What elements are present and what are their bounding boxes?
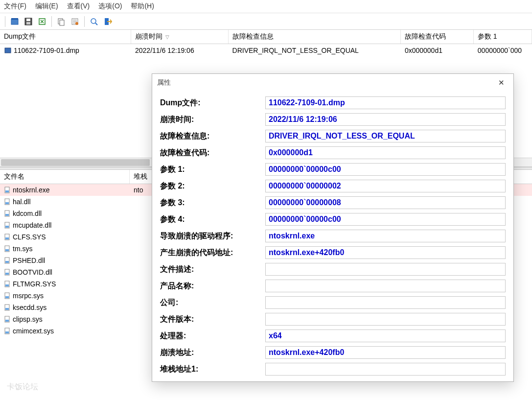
find-icon[interactable] — [89, 16, 99, 27]
dump-table-body: 110622-7109-01.dmp2022/11/6 12:19:06DRIV… — [0, 44, 532, 57]
menu-file[interactable]: 文件(F) — [4, 2, 26, 11]
svg-rect-23 — [5, 214, 9, 216]
property-label: 导致崩溃的驱动程序: — [160, 231, 265, 241]
column-header-filename[interactable]: 文件名 — [0, 170, 130, 184]
module-file-icon — [4, 292, 11, 299]
cell-filename: PSHED.dll — [0, 255, 130, 266]
property-value[interactable]: 00000000`00000002 — [265, 180, 506, 192]
property-row: 参数 4:00000000`00000c00 — [160, 213, 506, 226]
scrollbar-thumb[interactable] — [1, 159, 150, 166]
property-row: 产生崩溃的代码地址:ntoskrnl.exe+420fb0 — [160, 246, 506, 259]
property-value[interactable]: ntoskrnl.exe+420fb0 — [265, 346, 506, 359]
property-value[interactable]: 0x000000d1 — [265, 146, 506, 159]
property-value[interactable]: 00000000`00000c00 — [265, 213, 506, 226]
module-file-icon — [4, 257, 11, 264]
column-header-dumpfile[interactable]: Dump文件 — [0, 30, 131, 44]
property-value[interactable] — [265, 280, 506, 292]
menu-view[interactable]: 查看(V) — [67, 2, 90, 11]
property-row: 故障检查信息:DRIVER_IRQL_NOT_LESS_OR_EQUAL — [160, 130, 506, 142]
cell-filename: ksecdd.sys — [0, 302, 130, 313]
property-value[interactable]: 00000000`00000008 — [265, 196, 506, 209]
save-icon[interactable] — [23, 16, 34, 27]
column-header-crashtime[interactable]: 崩溃时间▽ — [131, 30, 229, 44]
property-value[interactable] — [265, 296, 506, 309]
property-value[interactable]: 110622-7109-01.dmp — [265, 96, 506, 109]
table-row[interactable]: 110622-7109-01.dmp2022/11/6 12:19:06DRIV… — [0, 44, 532, 57]
property-row: 参数 2:00000000`00000002 — [160, 180, 506, 192]
property-value[interactable] — [265, 313, 506, 326]
property-row: Dump文件:110622-7109-01.dmp — [160, 96, 506, 109]
property-row: 产品名称: — [160, 280, 506, 292]
open-icon[interactable] — [9, 16, 20, 27]
module-file-icon — [4, 210, 11, 217]
svg-rect-19 — [5, 190, 9, 192]
svg-rect-4 — [26, 22, 30, 24]
property-row: 堆栈地址1: — [160, 363, 506, 376]
property-value[interactable]: ntoskrnl.exe — [265, 230, 506, 242]
property-row: 崩溃地址:ntoskrnl.exe+420fb0 — [160, 346, 506, 359]
property-label: 参数 3: — [160, 198, 265, 208]
svg-rect-1 — [11, 18, 18, 20]
property-row: 文件版本: — [160, 313, 506, 326]
module-file-icon — [4, 281, 11, 287]
copy-icon[interactable] — [56, 16, 67, 27]
property-label: 参数 4: — [160, 214, 265, 225]
property-label: 崩溃时间: — [160, 115, 265, 125]
cell-param1: 00000000`000 — [474, 44, 532, 57]
cell-filename: cmimcext.sys — [0, 325, 130, 337]
svg-rect-35 — [5, 284, 9, 286]
property-label: 参数 1: — [160, 165, 265, 175]
cell-filename: kdcom.dll — [0, 208, 130, 219]
property-value[interactable]: 2022/11/6 12:19:06 — [265, 113, 506, 126]
property-label: 文件描述: — [160, 264, 265, 275]
close-icon[interactable]: ✕ — [494, 77, 509, 89]
property-label: 堆栈地址1: — [160, 364, 265, 375]
column-header-bugcode[interactable]: 故障检查代码 — [401, 30, 474, 44]
property-value[interactable]: DRIVER_IRQL_NOT_LESS_OR_EQUAL — [265, 130, 506, 142]
svg-rect-29 — [5, 249, 9, 251]
svg-rect-16 — [5, 48, 11, 53]
properties-dialog: 属性 ✕ Dump文件:110622-7109-01.dmp崩溃时间:2022/… — [152, 73, 514, 382]
cell-filename: FLTMGR.SYS — [0, 278, 130, 290]
property-value[interactable]: 00000000`00000c00 — [265, 163, 506, 176]
properties-icon[interactable] — [69, 16, 80, 27]
svg-rect-21 — [5, 202, 9, 204]
property-label: 故障检查信息: — [160, 131, 265, 141]
module-file-icon — [4, 198, 11, 205]
property-value[interactable] — [265, 263, 506, 276]
property-label: Dump文件: — [160, 98, 265, 108]
svg-rect-37 — [5, 296, 9, 298]
property-label: 产品名称: — [160, 281, 265, 291]
column-header-buginfo[interactable]: 故障检查信息 — [229, 30, 401, 44]
svg-rect-43 — [5, 331, 9, 333]
svg-rect-25 — [5, 226, 9, 228]
cell-dumpfile: 110622-7109-01.dmp — [0, 44, 131, 57]
column-header-param1[interactable]: 参数 1 — [474, 30, 532, 44]
cell-bugcode: 0x000000d1 — [401, 44, 474, 57]
property-value[interactable]: ntoskrnl.exe+420fb0 — [265, 246, 506, 259]
cell-filename: BOOTVID.dll — [0, 266, 130, 278]
property-value[interactable] — [265, 363, 506, 376]
property-label: 文件版本: — [160, 314, 265, 325]
module-file-icon — [4, 187, 11, 193]
dialog-titlebar[interactable]: 属性 ✕ — [152, 74, 513, 92]
dump-table-header: Dump文件崩溃时间▽故障检查信息故障检查代码参数 1 — [0, 30, 532, 44]
module-file-icon — [4, 234, 11, 240]
property-label: 处理器: — [160, 331, 265, 341]
toolbar — [0, 13, 532, 30]
property-row: 参数 3:00000000`00000008 — [160, 196, 506, 209]
exit-icon[interactable] — [102, 16, 113, 27]
menu-options[interactable]: 选项(O) — [98, 2, 122, 11]
refresh-icon[interactable] — [37, 16, 47, 27]
module-file-icon — [4, 245, 11, 252]
svg-point-13 — [91, 19, 96, 24]
svg-rect-31 — [5, 261, 9, 263]
menu-edit[interactable]: 编辑(E) — [35, 2, 58, 11]
cell-filename: clipsp.sys — [0, 313, 130, 325]
menu-help[interactable]: 帮助(H) — [131, 2, 154, 11]
property-row: 公司: — [160, 296, 506, 309]
module-file-icon — [4, 269, 11, 276]
svg-line-14 — [95, 23, 97, 25]
property-value[interactable]: x64 — [265, 329, 506, 342]
property-row: 崩溃时间:2022/11/6 12:19:06 — [160, 113, 506, 126]
